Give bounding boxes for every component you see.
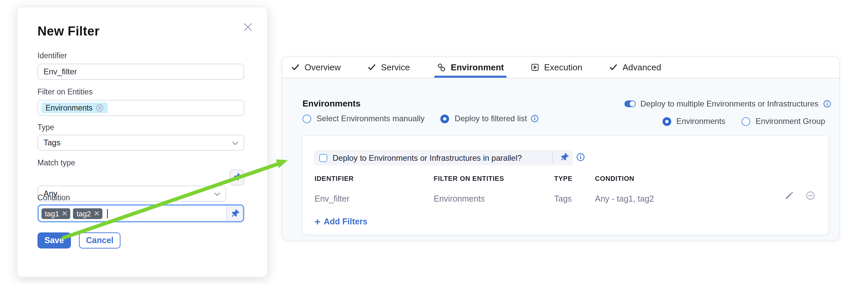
parallel-deploy-bar: Deploy to Environments or Infrastructure… bbox=[314, 150, 573, 166]
multi-env-toggle-block: Deploy to multiple Environments or Infra… bbox=[624, 99, 831, 109]
condition-input[interactable]: tag1 tag2 bbox=[37, 204, 244, 222]
check-icon bbox=[609, 63, 618, 72]
filters-card: Deploy to Environments or Infrastructure… bbox=[302, 135, 829, 235]
screen: New Filter Identifier Filter on Entities… bbox=[0, 0, 868, 284]
identifier-label: Identifier bbox=[37, 52, 67, 60]
cell-filter-on-entities: Environments bbox=[434, 194, 485, 204]
tab-label: Service bbox=[381, 62, 410, 72]
cell-type: Tags bbox=[554, 194, 572, 204]
environment-tab-content: Environments Select Environments manuall… bbox=[282, 78, 839, 240]
match-type-label: Match type bbox=[37, 159, 75, 167]
multi-env-toggle[interactable] bbox=[624, 101, 636, 107]
check-icon bbox=[291, 63, 300, 72]
tab-label: Environment bbox=[451, 62, 504, 72]
environment-group-label: Environment Group bbox=[755, 117, 825, 126]
col-header-filter-on-entities: FILTER ON ENTITIES bbox=[434, 175, 504, 182]
select-manually-label: Select Environments manually bbox=[316, 114, 425, 123]
condition-tag-chip[interactable]: tag2 bbox=[73, 208, 102, 219]
chevron-down-icon bbox=[214, 192, 220, 196]
check-icon bbox=[367, 63, 376, 72]
tag-remove-icon[interactable] bbox=[63, 211, 67, 216]
type-label: Type bbox=[37, 123, 54, 131]
entities-chip[interactable]: Environments bbox=[41, 103, 108, 113]
chip-remove-icon[interactable] bbox=[96, 104, 104, 112]
env-target-radios: Environments Environment Group bbox=[662, 117, 825, 126]
tab-label: Execution bbox=[544, 62, 582, 72]
cell-identifier: Env_filter bbox=[314, 194, 349, 204]
info-icon[interactable] bbox=[576, 153, 585, 162]
col-header-type: TYPE bbox=[554, 175, 572, 182]
tab-service[interactable]: Service bbox=[367, 57, 410, 78]
plus-icon: + bbox=[314, 218, 320, 226]
tab-execution[interactable]: Execution bbox=[531, 57, 582, 78]
entities-chip-label: Environments bbox=[45, 104, 93, 112]
environment-hexagons-icon bbox=[437, 63, 446, 72]
type-select-value: Tags bbox=[43, 138, 61, 147]
cell-condition: Any - tag1, tag2 bbox=[595, 194, 654, 204]
modal-title: New Filter bbox=[37, 24, 100, 39]
new-filter-modal: New Filter Identifier Filter on Entities… bbox=[17, 7, 268, 277]
tag-chip-label: tag1 bbox=[45, 209, 59, 217]
parallel-checkbox[interactable] bbox=[319, 154, 327, 162]
tab-environment[interactable]: Environment bbox=[437, 57, 504, 78]
remove-minus-icon[interactable] bbox=[806, 191, 815, 200]
col-header-condition: CONDITION bbox=[595, 175, 634, 182]
environment-group-radio[interactable] bbox=[742, 117, 750, 125]
environment-mode-radios: Select Environments manually Deploy to f… bbox=[303, 114, 539, 123]
deploy-filtered-radio[interactable] bbox=[441, 114, 450, 123]
condition-label: Condition bbox=[37, 194, 70, 202]
info-icon[interactable] bbox=[531, 115, 539, 122]
tag-chip-label: tag2 bbox=[76, 209, 91, 217]
environments-radio-label: Environments bbox=[676, 117, 725, 126]
text-caret bbox=[107, 209, 108, 218]
multi-env-toggle-label: Deploy to multiple Environments or Infra… bbox=[641, 99, 818, 109]
pin-icon bbox=[229, 208, 240, 218]
condition-pin-button[interactable] bbox=[226, 206, 243, 221]
match-type-pin-button[interactable] bbox=[229, 169, 244, 186]
close-icon[interactable] bbox=[242, 21, 254, 33]
tag-remove-icon[interactable] bbox=[94, 211, 99, 216]
stage-tabbar: Overview Service Environment bbox=[282, 57, 839, 78]
condition-field[interactable]: tag1 tag2 bbox=[39, 206, 226, 221]
tab-overview[interactable]: Overview bbox=[291, 57, 341, 78]
environments-heading: Environments bbox=[303, 98, 361, 109]
tab-label: Advanced bbox=[622, 62, 661, 72]
select-manually-radio[interactable] bbox=[303, 114, 311, 123]
stage-config-panel: Overview Service Environment bbox=[282, 56, 840, 240]
filter-on-entities-input[interactable]: Environments bbox=[37, 100, 244, 116]
type-select[interactable]: Tags bbox=[37, 135, 244, 151]
pin-icon bbox=[231, 172, 242, 182]
add-filters-label: Add Filters bbox=[324, 217, 368, 226]
pin-icon[interactable] bbox=[559, 152, 569, 163]
add-filters-button[interactable]: + Add Filters bbox=[314, 217, 367, 226]
play-box-icon bbox=[531, 63, 539, 72]
environments-radio[interactable] bbox=[662, 117, 671, 125]
parallel-checkbox-label: Deploy to Environments or Infrastructure… bbox=[333, 153, 522, 163]
cancel-button[interactable]: Cancel bbox=[79, 232, 121, 249]
deploy-filtered-label: Deploy to filtered list bbox=[455, 114, 527, 123]
tab-advanced[interactable]: Advanced bbox=[609, 57, 661, 78]
chevron-down-icon bbox=[232, 141, 238, 145]
filter-on-entities-label: Filter on Entities bbox=[37, 88, 93, 96]
condition-tag-chip[interactable]: tag1 bbox=[41, 208, 71, 219]
tab-label: Overview bbox=[305, 62, 341, 72]
edit-pencil-icon[interactable] bbox=[785, 191, 794, 200]
save-button[interactable]: Save bbox=[37, 232, 71, 249]
identifier-input[interactable] bbox=[37, 64, 244, 80]
divider bbox=[552, 153, 553, 163]
info-icon[interactable] bbox=[823, 100, 831, 108]
col-header-identifier: IDENTIFIER bbox=[314, 175, 354, 182]
